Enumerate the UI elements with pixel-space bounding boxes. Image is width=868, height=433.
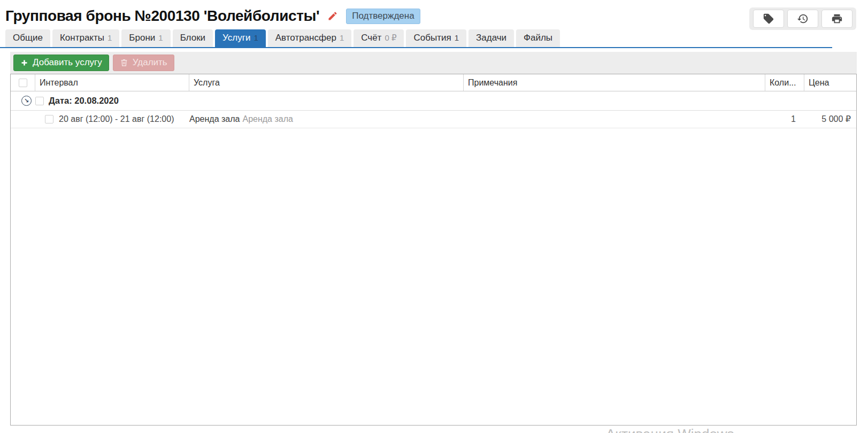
- tab-label: Задачи: [476, 33, 506, 43]
- tab-badge: 1: [455, 33, 459, 42]
- page-title: Групповая бронь №200130 'Волейболисты': [5, 7, 319, 25]
- group-checkbox[interactable]: [35, 97, 44, 105]
- tab-kontrakty[interactable]: Контракты1: [52, 29, 119, 47]
- tab-label: Брони: [129, 33, 155, 43]
- row-service-cell: Аренда залаАренда зала: [189, 111, 464, 128]
- tab-avtotransfer[interactable]: Автотрансфер1: [268, 29, 352, 47]
- trash-icon: [120, 58, 128, 67]
- row-qty-cell: 1: [765, 111, 804, 128]
- tab-bloki[interactable]: Блоки: [173, 29, 213, 47]
- select-all-cell: [11, 74, 35, 91]
- delete-service-button[interactable]: Удалить: [113, 55, 174, 71]
- tab-underline: [0, 47, 832, 48]
- delete-service-label: Удалить: [133, 57, 167, 68]
- tab-broni[interactable]: Брони1: [121, 29, 170, 47]
- tab-badge: 1: [158, 33, 163, 42]
- row-service-extra: Аренда зала: [242, 114, 293, 123]
- select-all-checkbox[interactable]: [19, 79, 27, 87]
- add-service-label: Добавить услугу: [33, 57, 102, 68]
- tab-label: Счёт: [361, 33, 381, 43]
- tab-zadachi[interactable]: Задачи: [468, 29, 514, 47]
- tab-bar: Общие Контракты1 Брони1 Блоки Услуги1 Ав…: [5, 29, 868, 47]
- row-interval-text: 20 авг (12:00) - 21 авг (12:00): [59, 111, 174, 128]
- tab-label: Блоки: [180, 33, 205, 43]
- collapse-group-icon[interactable]: ↘: [21, 96, 32, 106]
- tab-sobytiya[interactable]: События1: [406, 29, 466, 47]
- windows-activation-watermark: Активация Windows: [606, 426, 734, 433]
- history-button[interactable]: [787, 10, 818, 28]
- services-table: Интервал Услуга Примечания Коли... Цена …: [10, 74, 857, 426]
- plus-icon: [20, 59, 28, 67]
- column-header-service[interactable]: Услуга: [189, 74, 464, 91]
- tab-schet[interactable]: Счёт0 ₽: [354, 29, 404, 47]
- history-icon: [797, 13, 809, 25]
- row-service-name: Аренда зала: [189, 114, 240, 123]
- page-header: Групповая бронь №200130 'Волейболисты' П…: [0, 0, 868, 25]
- tab-uslugi[interactable]: Услуги1: [215, 29, 266, 47]
- tab-label: Общие: [13, 33, 43, 43]
- group-label: Дата: 20.08.2020: [49, 96, 119, 106]
- tab-label: Файлы: [524, 33, 552, 43]
- row-interval-cell: 20 авг (12:00) - 21 авг (12:00): [35, 111, 189, 128]
- tab-badge: 0 ₽: [385, 33, 396, 42]
- add-service-button[interactable]: Добавить услугу: [13, 55, 109, 71]
- tab-label: Контракты: [60, 33, 104, 43]
- printer-icon: [831, 13, 843, 25]
- group-row-date: ↘ Дата: 20.08.2020: [11, 91, 856, 111]
- edit-pencil-icon[interactable]: [327, 11, 338, 21]
- table-row[interactable]: 20 авг (12:00) - 21 авг (12:00) Аренда з…: [11, 111, 856, 128]
- tab-badge: 1: [340, 33, 344, 42]
- table-header-row: Интервал Услуга Примечания Коли... Цена: [11, 74, 856, 91]
- column-header-qty[interactable]: Коли...: [765, 74, 804, 91]
- status-badge: Подтверждена: [346, 9, 420, 24]
- tab-label: События: [413, 33, 451, 43]
- row-price-cell: 5 000 ₽: [804, 111, 856, 128]
- header-action-group: [749, 7, 856, 30]
- tag-icon: [763, 13, 774, 25]
- tab-label: Автотрансфер: [275, 33, 336, 43]
- column-header-interval[interactable]: Интервал: [35, 74, 189, 91]
- row-checkbox[interactable]: [45, 115, 53, 123]
- tab-badge: 1: [254, 33, 258, 42]
- row-check-spacer: [11, 111, 35, 128]
- tab-label: Услуги: [222, 33, 250, 43]
- print-button[interactable]: [821, 10, 852, 28]
- services-toolbar: Добавить услугу Удалить: [10, 52, 857, 74]
- tab-obshchie[interactable]: Общие: [5, 29, 50, 47]
- row-notes-cell: [464, 111, 765, 128]
- tab-faily[interactable]: Файлы: [516, 29, 560, 47]
- column-header-price[interactable]: Цена: [804, 74, 856, 91]
- tab-badge: 1: [107, 33, 112, 42]
- column-header-notes[interactable]: Примечания: [464, 74, 765, 91]
- tags-button[interactable]: [753, 10, 784, 28]
